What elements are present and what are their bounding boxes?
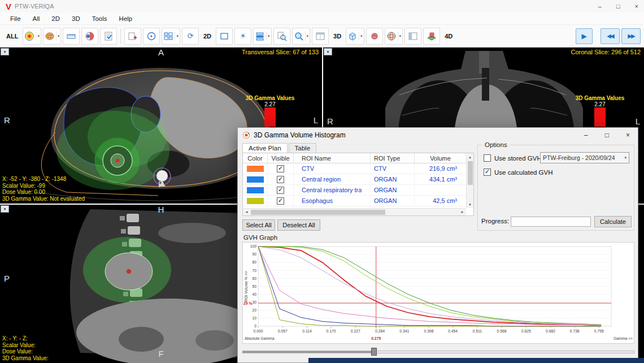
svg-text:0.227: 0.227 [351,329,360,333]
rotate-3d-button[interactable]: ▾ [385,28,403,45]
planes-3d-button[interactable] [423,28,440,45]
slice-mode-button[interactable]: ▾ [253,28,272,45]
add-point-button[interactable] [124,28,141,45]
scroll-up-icon[interactable]: ▲ [467,153,474,161]
table-row[interactable]: CTV CTV 216,9 cm³ [243,163,467,174]
scroll-down-icon[interactable]: ▼ [467,201,474,208]
roi-table-panel: Color Visible ROI Name ROI Type Volume C… [242,153,474,216]
step-forward-button[interactable]: ▶▶ [621,28,641,44]
viewport-menu-button[interactable]: ▾ [1,48,9,55]
use-stored-gvh-checkbox[interactable] [484,154,491,162]
orientation-right: R [4,115,10,125]
menu-all[interactable]: All [29,15,49,22]
table-vertical-scrollbar[interactable]: ▲ ▼ [466,153,473,208]
svg-text:10: 10 [252,316,256,320]
slider-handle[interactable] [371,348,377,356]
cube-icon [347,31,358,41]
magnifier-icon [294,31,304,41]
table-row[interactable]: Esophagus ORGAN 42,5 cm³ [243,196,467,206]
scroll-right-icon[interactable]: ► [459,209,466,216]
progress-bar [511,217,591,227]
roi-type: ORGAN [374,197,397,204]
dialog-close-button[interactable]: × [626,131,630,139]
stored-plan-dropdown[interactable]: PTW-Freiburg - 2020/09/24 ▾ [540,152,629,163]
dialog-maximize-button[interactable]: □ [605,131,609,139]
roi-color-swatch [247,176,264,183]
svg-text:0.511: 0.511 [473,329,482,333]
roi-color-swatch [247,187,264,193]
taskbar-strip [308,358,644,363]
orientation-left: L [636,116,640,126]
orientation-posterior: P [4,274,10,283]
table-row[interactable]: Central respiratory tra ORGAN [243,185,467,196]
scrollbar-thumb[interactable] [251,210,385,215]
chevron-down-icon[interactable]: ▾ [175,32,179,41]
panel-3d-button[interactable] [404,28,421,45]
search-zoom-button[interactable] [273,28,290,45]
roi-visible-checkbox[interactable] [277,176,284,183]
dose-display-button[interactable]: ▾ [23,28,41,45]
chevron-down-icon[interactable]: ▾ [266,32,270,41]
play-icon: ▶ [581,32,586,40]
plan-check-button[interactable] [100,28,117,45]
dialog-minimize-button[interactable]: – [584,131,588,139]
menu-help[interactable]: Help [116,15,141,22]
anatomy-display-button[interactable]: ▾ [43,28,62,45]
calculate-button[interactable]: Calculate [594,216,632,227]
step-backward-button[interactable]: ◀◀ [601,28,620,44]
anatomy-3d-button[interactable] [366,28,383,45]
menu-3d[interactable]: 3D [68,15,89,22]
tab-table[interactable]: Table [289,143,317,153]
menu-2d[interactable]: 2D [48,15,68,22]
cursor-status: X: -52 - Y: -380 - Z: -1348 Scalar Value… [2,176,85,202]
title-bar: V PTW-VERIQA – □ × [0,0,644,12]
use-calculated-gvh-checkbox[interactable] [484,168,491,176]
scroll-left-icon[interactable]: ◄ [243,209,250,216]
gamma-threshold-slider[interactable] [242,348,634,356]
gamma-colorbar [594,107,606,127]
menu-file[interactable]: File [7,15,29,22]
roi-visible-checkbox[interactable] [277,165,284,172]
rewind-icon: ◀◀ [607,33,613,39]
roi-visible-checkbox[interactable] [277,187,284,194]
roi-name: Central respiratory tra [302,187,362,193]
tab-active-plan[interactable]: Active Plan [242,143,288,153]
rect-select-button[interactable] [216,28,233,45]
window-close-button[interactable]: × [635,3,638,10]
play-button[interactable]: ▶ [576,28,593,44]
layout-button[interactable]: ▾ [162,28,180,45]
chevron-down-icon[interactable]: ▾ [36,32,40,41]
structure-sphere-button[interactable] [81,28,98,45]
table-horizontal-scrollbar[interactable]: ◄ ► [243,208,466,215]
toolbar-label-3d: 3D [333,33,341,40]
viewport-menu-button[interactable]: ▾ [1,205,9,213]
svg-text:80: 80 [252,260,256,264]
view-3d-button[interactable]: ▾ [346,28,364,45]
window-maximize-button[interactable]: □ [616,3,620,10]
deselect-all-button[interactable]: Deselect All [277,219,320,231]
reset-view-button[interactable]: ⟳ [182,28,199,45]
point-circle-button[interactable] [143,28,160,45]
window-minimize-button[interactable]: – [598,3,602,10]
orientation-feet: F [158,349,163,358]
roi-visible-checkbox[interactable] [277,197,284,205]
roi-type: ORGAN [374,176,397,183]
chevron-down-icon[interactable]: ▾ [56,32,60,41]
chevron-down-icon[interactable]: ▾ [359,32,363,41]
table-row[interactable]: Central region ORGAN 434,1 cm³ [243,174,467,185]
dialog-icon [242,131,250,139]
progress-label: Progress: [481,218,509,224]
chevron-down-icon[interactable]: ▾ [398,32,402,41]
dose-bullseye-icon [24,31,34,41]
report-panel-button[interactable] [312,28,329,45]
menu-tools[interactable]: Tools [89,15,116,22]
viewport-menu-button[interactable]: ▾ [324,48,332,55]
ruler-button[interactable] [63,28,80,45]
use-stored-gvh-label: Use stored GVH [494,155,542,162]
zoom-button[interactable]: ▾ [292,28,311,45]
options-caption: Options [482,141,510,148]
chevron-down-icon[interactable]: ▾ [305,32,309,41]
scrollbar-thumb[interactable] [468,161,473,185]
select-all-button[interactable]: Select All [242,219,275,231]
window-level-button[interactable]: ☀ [234,28,251,45]
